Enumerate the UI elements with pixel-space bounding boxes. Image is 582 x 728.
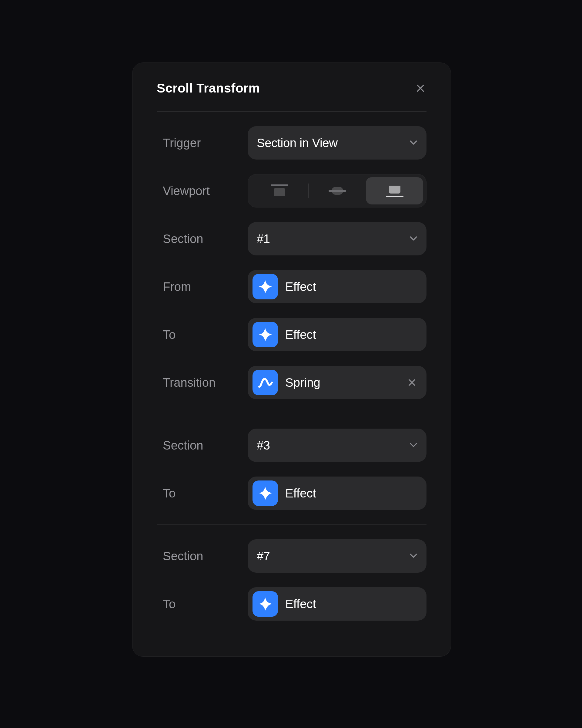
section-select-1[interactable]: #1 [248,222,426,255]
spring-curve-icon [252,370,278,395]
row-transition-1: Transition Spring [157,366,426,399]
trigger-value: Section in View [255,136,338,150]
viewport-top-icon [271,184,288,197]
row-to-2: To Effect [157,476,426,510]
row-to-1: To Effect [157,318,426,351]
panel-title: Scroll Transform [157,81,260,96]
from-effect-label-1: Effect [285,280,316,294]
row-section-1: Section #1 [157,222,426,255]
section-value-1: #1 [255,232,270,246]
section-value-3: #7 [255,549,270,563]
chevron-down-icon [409,441,418,450]
close-icon [416,84,425,93]
label-from: From [157,280,235,294]
chevron-down-icon [409,234,418,243]
label-section: Section [157,549,235,563]
label-section: Section [157,232,235,246]
to-effect-label-3: Effect [285,597,316,611]
close-panel-button[interactable] [414,82,426,94]
row-section-2: Section #3 [157,428,426,462]
viewport-segmented [248,174,426,207]
to-effect-2[interactable]: Effect [248,476,426,510]
panel-header: Scroll Transform [157,81,426,112]
label-transition: Transition [157,376,235,389]
to-effect-label-2: Effect [285,487,316,500]
to-effect-1[interactable]: Effect [248,318,426,351]
viewport-bottom-icon [386,184,404,197]
label-viewport: Viewport [157,184,235,198]
row-to-3: To Effect [157,587,426,621]
label-trigger: Trigger [157,136,235,150]
label-to: To [157,487,235,500]
to-effect-3[interactable]: Effect [248,587,426,621]
transition-label-1: Spring [285,376,321,389]
transition-pill-1[interactable]: Spring [248,366,426,399]
from-effect-1[interactable]: Effect [248,270,426,303]
sparkle-icon [252,591,278,617]
group-2: Section #3 To Effect [157,414,426,524]
label-section: Section [157,439,235,452]
section-select-3[interactable]: #7 [248,539,426,573]
label-to: To [157,597,235,611]
chevron-down-icon [409,551,418,561]
row-viewport: Viewport [157,174,426,207]
row-trigger: Trigger Section in View [157,126,426,160]
group-1: Trigger Section in View Viewport [157,112,426,414]
close-icon [408,379,416,386]
label-to: To [157,328,235,342]
sparkle-icon [252,274,278,300]
viewport-option-bottom[interactable] [366,177,423,204]
scroll-transform-panel: Scroll Transform Trigger Section in View… [132,62,451,657]
chevron-down-icon [409,138,418,148]
row-from-1: From Effect [157,270,426,303]
section-value-2: #3 [255,439,270,452]
trigger-select[interactable]: Section in View [248,126,426,160]
section-select-2[interactable]: #3 [248,428,426,462]
sparkle-icon [252,480,278,506]
viewport-middle-icon [329,184,346,197]
viewport-option-middle[interactable] [309,177,366,204]
sparkle-icon [252,322,278,347]
row-section-3: Section #7 [157,539,426,573]
viewport-option-top[interactable] [251,177,308,204]
group-3: Section #7 To Effect [157,524,426,635]
to-effect-label-1: Effect [285,328,316,342]
clear-transition-button[interactable] [406,376,418,389]
